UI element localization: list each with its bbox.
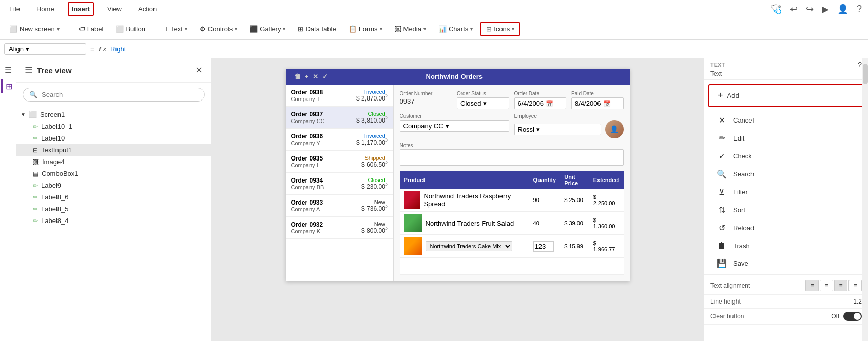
order-row-0935[interactable]: Order 0935 Company I Shipped $ 606.50 › [286,151,393,173]
sort-label: Sort [733,206,745,214]
tree-item-label10-1[interactable]: ✏ Label10_1 [16,121,211,132]
extended-col-header: Extended [589,171,624,189]
icons-add-button[interactable]: + Add [708,84,864,107]
controls-button[interactable]: ⚙ Controls ▾ [195,23,242,35]
order-status-select[interactable]: Closed ▾ [457,97,509,109]
gallery-button[interactable]: ⬛ Gallery ▾ [244,23,291,35]
tree-content: ▼ ⬜ Screen1 ✏ Label10_1 ✏ Label10 ⊟ Text… [16,107,211,341]
button-button[interactable]: ⬜ Button [110,23,150,35]
tree-item-screen1[interactable]: ▼ ⬜ Screen1 [16,109,211,121]
app-close-icon[interactable]: ✕ [313,73,318,81]
notes-input[interactable] [400,149,624,166]
align-right-button[interactable]: ≡ [834,280,847,291]
tree-item-label8-4[interactable]: ✏ Label8_4 [16,215,211,227]
cancel-label: Cancel [733,116,754,124]
product-select-2[interactable]: Northwind Traders Cake Mix [426,241,512,251]
scrollbar-thumb[interactable] [863,64,868,84]
menu-home[interactable]: Home [33,3,57,15]
app-body: Order 0938 Company T Invoiced $ 2,870.00… [286,85,630,281]
product-col-header: Product [400,171,529,189]
text-button[interactable]: T Text ▾ [159,23,192,35]
gallery-chevron: ▾ [283,26,285,32]
label9-label: Label9 [41,182,61,189]
order-info-0935: Order 0935 Company I [291,155,362,168]
data-table-button[interactable]: ⊞ Data table [293,23,341,35]
icons-menu-trash[interactable]: 🗑 Trash [704,237,868,254]
menu-view[interactable]: View [104,3,125,15]
icons-menu-save[interactable]: 💾 Save [704,254,868,272]
tree-item-label8-5[interactable]: ✏ Label8_5 [16,203,211,215]
stethoscope-icon[interactable]: 🩺 [770,4,782,15]
order-row-0938[interactable]: Order 0938 Company T Invoiced $ 2,870.00… [286,85,393,107]
app-trash-icon[interactable]: 🗑 [294,73,301,81]
paid-date-field: Paid Date 8/4/2006 📅 [571,91,624,109]
unit-price-col-header: Unit Price [560,171,589,189]
left-edge-panel: ☰ ⊞ [0,58,16,341]
customer-select[interactable]: Company CC ▾ [400,120,509,132]
order-date-input[interactable]: 6/4/2006 📅 [514,97,567,109]
employee-label: Employee [514,113,624,119]
text-alignment-label: Text alignment [710,282,750,289]
product-price-2: $ 15.99 [560,235,589,258]
order-row-0934[interactable]: Order 0934 Company BB Closed $ 230.00 › [286,173,393,195]
sidebar-search-box[interactable]: 🔍 [23,88,205,102]
formula-fx-button[interactable]: f x [99,45,106,53]
sidebar-search-input[interactable] [42,91,198,98]
scrollbar-track[interactable] [862,58,868,341]
help-icon[interactable]: ? [857,4,862,14]
new-screen-chevron: ▾ [57,26,60,32]
icons-button[interactable]: ⊞ Icons ▾ [480,22,520,36]
menu-action[interactable]: Action [135,3,160,15]
property-dropdown[interactable]: Align ▾ [4,43,86,55]
icons-menu-reload[interactable]: ↺ Reload [704,219,868,237]
order-row-0932[interactable]: Order 0932 Company K New $ 800.00 › [286,217,393,239]
sidebar-hamburger-icon[interactable]: ☰ [25,65,33,76]
menu-file[interactable]: File [6,3,23,15]
product-row-2: Northwind Traders Cake Mix $ 15.99 $ 1,9… [400,235,624,258]
order-row-0936[interactable]: Order 0936 Company Y Invoiced $ 1,170.00… [286,129,393,151]
icons-menu-sort[interactable]: ⇅ Sort [704,201,868,219]
customer-chevron: ▾ [446,122,449,130]
layers-icon[interactable]: ⊞ [1,79,15,93]
tree-item-label9[interactable]: ✏ Label9 [16,179,211,191]
charts-button[interactable]: 📊 Charts ▾ [433,23,478,35]
product-qty-input-2[interactable] [533,241,554,252]
app-check-icon[interactable]: ✓ [322,73,328,81]
align-justify-button[interactable]: ≡ [848,280,862,291]
label-button[interactable]: 🏷 Label [73,23,109,35]
media-button[interactable]: 🖼 Media ▾ [390,23,431,35]
new-screen-button[interactable]: ⬜ New screen ▾ [4,23,65,35]
menu-insert[interactable]: Insert [68,2,94,16]
play-icon[interactable]: ▶ [822,4,829,15]
app-add-icon[interactable]: + [305,73,309,81]
align-center-button[interactable]: ≡ [820,280,833,291]
align-left-button[interactable]: ≡ [805,280,819,291]
order-row-0937[interactable]: Order 0937 Company CC Closed $ 3,810.00 … [286,107,393,129]
icons-menu-edit[interactable]: ✏ Edit [704,129,868,147]
icons-menu-check[interactable]: ✓ Check [704,147,868,165]
tree-item-label10[interactable]: ✏ Label10 [16,132,211,144]
app-header-left-icons: 🗑 + ✕ ✓ [294,73,329,81]
user-icon[interactable]: 👤 [837,4,848,15]
tree-item-combobox1[interactable]: ▤ ComboBox1 [16,168,211,179]
redo-icon[interactable]: ↪ [806,4,814,15]
paid-date-input[interactable]: 8/4/2006 📅 [571,97,624,109]
tree-item-image4[interactable]: 🖼 Image4 [16,156,211,168]
help-circle-icon[interactable]: ? [858,61,862,69]
employee-select[interactable]: Rossi ▾ [514,124,601,135]
order-info-0932: Order 0932 Company K [291,221,362,234]
sidebar-close-button[interactable]: ✕ [195,65,203,76]
product-extended-1: $ 1,360.00 [589,212,624,235]
text-label-header: TEXT ? [704,58,868,69]
hamburger-menu-icon[interactable]: ☰ [1,63,15,77]
clear-button-toggle[interactable] [843,312,862,321]
icons-menu-search[interactable]: 🔍 Search [704,165,868,183]
line-height-value: 1.2 [853,298,862,305]
order-row-0933[interactable]: Order 0933 Company A New $ 736.00 › [286,195,393,217]
undo-icon[interactable]: ↩ [790,4,798,15]
forms-button[interactable]: 📋 Forms ▾ [343,23,388,35]
tree-item-textinput1[interactable]: ⊟ TextInput1 [16,144,211,156]
icons-menu-cancel[interactable]: ✕ Cancel [704,111,868,129]
icons-menu-filter[interactable]: ⊻ Filter [704,183,868,201]
tree-item-label8-6[interactable]: ✏ Label8_6 [16,191,211,203]
